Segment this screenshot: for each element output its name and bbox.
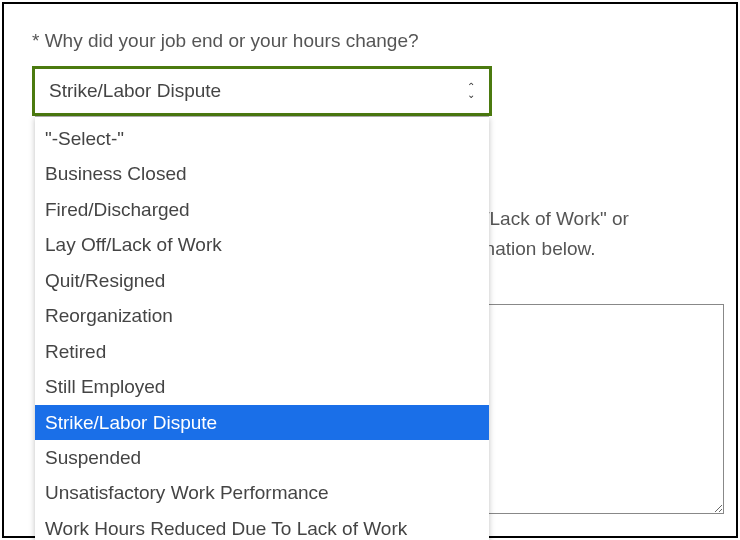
dropdown-option[interactable]: Reorganization [35, 298, 489, 333]
hint-text-partial: ff/Lack of Work" or anation below. [474, 204, 724, 265]
dropdown-option[interactable]: Still Employed [35, 369, 489, 404]
reason-select-value: Strike/Labor Dispute [49, 80, 221, 102]
dropdown-option[interactable]: "-Select-" [35, 121, 489, 156]
hint-line2: anation below. [474, 234, 724, 264]
dropdown-option[interactable]: Work Hours Reduced Due To Lack of Work [35, 511, 489, 540]
dropdown-option[interactable]: Unsatisfactory Work Performance [35, 475, 489, 510]
reason-select-wrapper: Strike/Labor Dispute ⌃ ⌄ "-Select-"Busin… [32, 66, 492, 116]
reason-select[interactable]: Strike/Labor Dispute ⌃ ⌄ [32, 66, 492, 116]
form-frame: * Why did your job end or your hours cha… [2, 2, 738, 538]
hint-line1: ff/Lack of Work" or [474, 204, 724, 234]
dropdown-option[interactable]: Strike/Labor Dispute [35, 405, 489, 440]
select-stepper-icon: ⌃ ⌄ [467, 83, 475, 99]
dropdown-option[interactable]: Retired [35, 334, 489, 369]
dropdown-option[interactable]: Business Closed [35, 156, 489, 191]
dropdown-option[interactable]: Lay Off/Lack of Work [35, 227, 489, 262]
chevron-down-icon: ⌄ [467, 91, 475, 99]
dropdown-option[interactable]: Suspended [35, 440, 489, 475]
reason-dropdown-list[interactable]: "-Select-"Business ClosedFired/Discharge… [35, 116, 489, 540]
dropdown-option[interactable]: Quit/Resigned [35, 263, 489, 298]
dropdown-option[interactable]: Fired/Discharged [35, 192, 489, 227]
question-label: * Why did your job end or your hours cha… [32, 30, 708, 52]
